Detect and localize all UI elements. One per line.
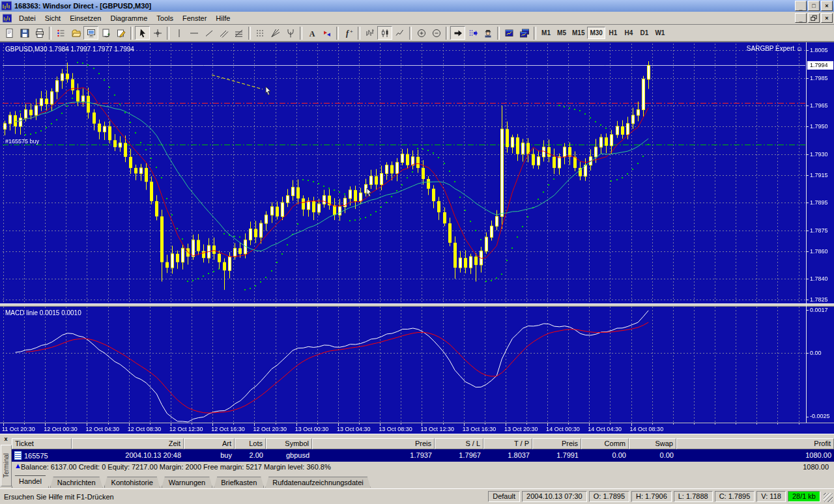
navigator-button[interactable] (68, 26, 83, 40)
grid-levels-icon (257, 31, 265, 36)
status-cell-default[interactable]: Default (488, 491, 520, 502)
channel-button[interactable] (216, 26, 231, 40)
text-icon: A (309, 29, 315, 38)
terminal-button[interactable] (83, 26, 98, 40)
indicators-icon: f+ (346, 28, 353, 38)
timeframe-m5-button[interactable]: M5 (554, 27, 569, 39)
line-chart-button[interactable] (392, 26, 407, 40)
minimize-button[interactable]: _ (795, 1, 807, 11)
window-controls: _□× (795, 1, 833, 11)
status-bar: Ersuchen Sie Hilfe mit F1-Drücken Defaul… (0, 488, 834, 504)
timeframe-w1-button[interactable]: W1 (652, 27, 668, 39)
column-header-tp[interactable]: T / P (483, 438, 532, 449)
tab-rufdatenaufzeichnungsdatei[interactable]: Rufdatenaufzeichnungsdatei (265, 477, 370, 488)
text-button[interactable]: A (304, 26, 319, 40)
chart-child-icon (3, 14, 12, 23)
terminal-panel: x Terminal TicketZeitArtLotsSymbolPreisS… (0, 434, 834, 488)
pitchfork-button[interactable] (283, 26, 298, 40)
order-row[interactable]: 1655752004.10.13 20:48buy2.00gbpusd1.793… (12, 449, 834, 462)
price-chart-canvas[interactable] (0, 42, 834, 434)
column-header-lots[interactable]: Lots (235, 438, 266, 449)
tab-handel[interactable]: Handel (12, 475, 49, 488)
window-new-button[interactable] (502, 26, 517, 40)
chart-shift-icon (470, 30, 478, 36)
auto-scroll-button[interactable] (450, 26, 465, 40)
tab-briefkasten[interactable]: Briefkasten (214, 477, 264, 488)
expert-advisors-button[interactable] (480, 26, 495, 40)
expert-advisors-icon (485, 30, 491, 38)
resize-grip[interactable] (824, 493, 833, 502)
timeframe-d1-button[interactable]: D1 (637, 27, 652, 39)
menu-diagramme[interactable]: Diagramme (106, 13, 152, 23)
column-header-ticket[interactable]: Ticket (12, 438, 72, 449)
fibonacci-button[interactable] (231, 26, 246, 40)
zoom-out-button[interactable] (429, 26, 444, 40)
trendline-button[interactable] (201, 26, 216, 40)
column-header-comm[interactable]: Comm (581, 438, 629, 449)
order-cell: buy (184, 449, 235, 462)
tab-warnungen[interactable]: Warnungen (162, 477, 212, 488)
crosshair-button[interactable] (150, 26, 165, 40)
column-header-art[interactable]: Art (184, 438, 235, 449)
timeframe-h1-button[interactable]: H1 (605, 27, 621, 39)
menu-sicht[interactable]: Sicht (40, 13, 65, 23)
column-header-preis[interactable]: Preis (532, 438, 581, 449)
terminal-close-button[interactable]: x (2, 436, 10, 443)
balance-summary: Balance: 6137.00 Credit: 0 Equity: 7217.… (21, 463, 331, 471)
print-button[interactable] (32, 26, 47, 40)
close-button[interactable]: × (821, 1, 833, 11)
status-cell-v: V: 118 (756, 491, 786, 502)
terminal-panel-handle[interactable]: Terminal (1, 445, 12, 486)
menu-hilfe[interactable]: Hilfe (211, 13, 235, 23)
column-header-zeit[interactable]: Zeit (72, 438, 184, 449)
vertical-line-button[interactable] (171, 26, 186, 40)
cursor-button[interactable] (135, 26, 150, 40)
timeframe-m1-button[interactable]: M1 (538, 27, 554, 39)
restore-button[interactable] (808, 13, 820, 23)
chart-shift-button[interactable] (465, 26, 480, 40)
horizontal-line-button[interactable] (186, 26, 201, 40)
pitchfork-icon (288, 29, 293, 38)
gann-fan-button[interactable] (268, 26, 283, 40)
tab-nachrichten[interactable]: Nachrichten (50, 477, 103, 488)
close-button[interactable]: × (821, 13, 833, 23)
zoom-in-button[interactable] (414, 26, 429, 40)
menu-fenster[interactable]: Fenster (178, 13, 211, 23)
crosshair-icon (154, 29, 162, 37)
cursor-icon (139, 29, 145, 37)
arrows-button[interactable] (319, 26, 334, 40)
windows-cascade-button[interactable] (517, 26, 532, 40)
save-button[interactable] (17, 26, 32, 40)
column-header-preis[interactable]: Preis (312, 438, 435, 449)
timeframe-m15-button[interactable]: M15 (569, 27, 587, 39)
column-header-symbol[interactable]: Symbol (266, 438, 312, 449)
new-chart-button[interactable] (2, 26, 17, 40)
status-cell-2004101307: 2004.10.13 07:30 (522, 491, 587, 502)
open-order-label: #165575 buy (5, 138, 39, 145)
timeframe-h4-button[interactable]: H4 (621, 27, 637, 39)
menu-datei[interactable]: Datei (14, 13, 40, 23)
market-watch-button[interactable] (53, 26, 68, 40)
new-order-button[interactable] (98, 26, 113, 40)
column-header-sl[interactable]: S / L (435, 438, 483, 449)
metaeditor-button[interactable] (113, 26, 128, 40)
timeframe-m30-button[interactable]: M30 (587, 27, 605, 39)
toolbar-separator (534, 27, 536, 40)
order-cell: 165575 (12, 449, 72, 462)
bar-chart-button[interactable] (362, 26, 377, 40)
menu-tools[interactable]: Tools (152, 13, 178, 23)
column-header-profit[interactable]: Profit (676, 438, 834, 449)
indicators-button[interactable]: f+ (341, 26, 356, 40)
minimize-button[interactable]: _ (795, 13, 807, 23)
toolbar-separator (497, 27, 500, 40)
maximize-button[interactable]: □ (808, 1, 820, 11)
auto-scroll-icon (454, 30, 462, 36)
column-header-swap[interactable]: Swap (629, 438, 676, 449)
toolbar-separator (130, 27, 133, 40)
grid-levels-button[interactable] (253, 26, 268, 40)
tab-kontohistorie[interactable]: Kontohistorie (104, 477, 160, 488)
candlestick-button[interactable] (377, 26, 392, 40)
menu-einsetzen[interactable]: Einsetzen (65, 13, 106, 23)
status-message: Ersuchen Sie Hilfe mit F1-Drücken (0, 493, 488, 501)
terminal-tabs: HandelNachrichtenKontohistorieWarnungenB… (12, 474, 834, 488)
